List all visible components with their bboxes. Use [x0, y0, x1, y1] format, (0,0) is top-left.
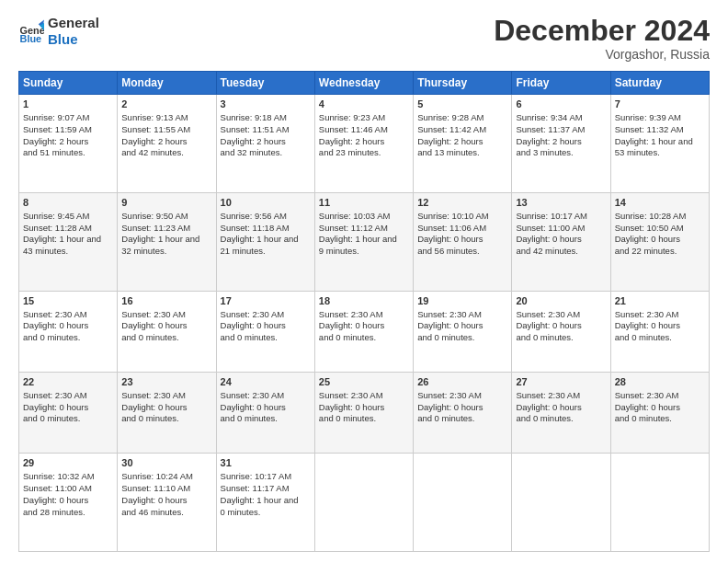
day-info-line: Sunset: 2:30 AM: [121, 390, 211, 402]
day-info-line: Daylight: 0 hours: [417, 402, 507, 414]
table-row: 11Sunrise: 10:03 AMSunset: 11:12 AMDayli…: [314, 192, 413, 291]
calendar-week-row: 8Sunrise: 9:45 AMSunset: 11:28 AMDayligh…: [19, 192, 710, 291]
day-info-line: Daylight: 0 hours: [615, 320, 705, 332]
day-info-line: Sunrise: 9:23 AM: [319, 112, 409, 124]
table-row: 8Sunrise: 9:45 AMSunset: 11:28 AMDayligh…: [19, 192, 118, 291]
day-info-line: and 51 minutes.: [23, 147, 113, 159]
table-row: 2Sunrise: 9:13 AMSunset: 11:55 AMDayligh…: [118, 95, 216, 193]
day-number: 28: [615, 375, 705, 389]
day-info-line: and 23 minutes.: [319, 147, 409, 159]
day-number: 14: [615, 196, 705, 210]
day-info-line: 9 minutes.: [319, 246, 409, 258]
table-row: 4Sunrise: 9:23 AMSunset: 11:46 AMDayligh…: [314, 95, 413, 193]
day-number: 2: [121, 98, 211, 111]
day-info-line: Sunset: 10:50 AM: [615, 223, 705, 235]
day-info-line: Daylight: 0 hours: [516, 320, 606, 332]
day-info-line: Sunset: 2:30 AM: [319, 309, 409, 321]
table-row: 15Sunset: 2:30 AMDaylight: 0 hoursand 0 …: [19, 291, 118, 372]
table-row: 19Sunset: 2:30 AMDaylight: 0 hoursand 0 …: [414, 291, 512, 372]
day-info-line: Sunset: 2:30 AM: [23, 309, 113, 321]
table-row: 31Sunrise: 10:17 AMSunset: 11:17 AMDayli…: [216, 454, 314, 552]
day-info-line: Sunrise: 9:50 AM: [121, 211, 211, 223]
day-header-thursday: Thursday: [414, 72, 512, 95]
day-info-line: and 0 minutes.: [221, 413, 311, 425]
day-info-line: Sunset: 11:23 AM: [121, 223, 211, 235]
day-info-line: and 28 minutes.: [23, 507, 113, 519]
day-info-line: Daylight: 2 hours: [221, 136, 311, 148]
day-info-line: Daylight: 1 hour and: [221, 234, 311, 246]
day-info-line: and 0 minutes.: [23, 413, 113, 425]
day-number: 20: [516, 294, 606, 308]
month-title: December 2024: [494, 15, 710, 47]
day-number: 17: [221, 294, 311, 308]
table-row: 25Sunset: 2:30 AMDaylight: 0 hoursand 0 …: [314, 372, 413, 453]
day-number: 18: [319, 294, 409, 308]
day-info-line: Sunset: 11:59 AM: [23, 124, 113, 136]
table-row: 16Sunset: 2:30 AMDaylight: 0 hoursand 0 …: [118, 291, 216, 372]
table-row: 1Sunrise: 9:07 AMSunset: 11:59 AMDayligh…: [19, 95, 118, 193]
logo: General Blue General Blue: [18, 15, 99, 48]
day-info-line: and 0 minutes.: [319, 332, 409, 344]
day-info-line: Sunset: 2:30 AM: [221, 309, 311, 321]
day-info-line: Sunrise: 10:24 AM: [121, 471, 211, 483]
day-number: 27: [516, 375, 606, 389]
day-number: 22: [23, 375, 113, 389]
day-number: 3: [221, 98, 311, 111]
day-info-line: Daylight: 2 hours: [23, 136, 113, 148]
day-info-line: and 0 minutes.: [121, 413, 211, 425]
table-row: [414, 454, 512, 552]
table-row: [512, 454, 610, 552]
day-info-line: and 46 minutes.: [121, 507, 211, 519]
day-info-line: Sunset: 2:30 AM: [516, 390, 606, 402]
logo-icon: General Blue: [18, 18, 44, 44]
day-info-line: Sunset: 11:06 AM: [417, 223, 507, 235]
day-number: 31: [221, 456, 311, 470]
day-info-line: Daylight: 0 hours: [615, 402, 705, 414]
day-info-line: Daylight: 2 hours: [121, 136, 211, 148]
header: General Blue General Blue December 2024 …: [18, 15, 710, 62]
day-number: 7: [615, 98, 705, 111]
day-header-sunday: Sunday: [19, 72, 118, 95]
day-number: 23: [121, 375, 211, 389]
table-row: 12Sunrise: 10:10 AMSunset: 11:06 AMDayli…: [414, 192, 512, 291]
calendar-week-row: 22Sunset: 2:30 AMDaylight: 0 hoursand 0 …: [19, 372, 710, 453]
day-info-line: Sunrise: 10:17 AM: [221, 471, 311, 483]
day-number: 16: [121, 294, 211, 308]
day-header-saturday: Saturday: [610, 72, 709, 95]
day-info-line: 21 minutes.: [221, 246, 311, 258]
day-number: 15: [23, 294, 113, 308]
day-info-line: Daylight: 0 hours: [23, 495, 113, 507]
day-info-line: and 3 minutes.: [516, 147, 606, 159]
day-number: 10: [221, 196, 311, 210]
calendar-table: SundayMondayTuesdayWednesdayThursdayFrid…: [18, 71, 710, 552]
day-info-line: Sunrise: 10:03 AM: [319, 211, 409, 223]
table-row: 28Sunset: 2:30 AMDaylight: 0 hoursand 0 …: [610, 372, 709, 453]
day-info-line: Daylight: 1 hour and: [319, 234, 409, 246]
table-row: 7Sunrise: 9:39 AMSunset: 11:32 AMDayligh…: [610, 95, 709, 193]
day-info-line: Daylight: 0 hours: [516, 234, 606, 246]
day-number: 5: [417, 98, 507, 111]
day-info-line: Sunset: 2:30 AM: [221, 390, 311, 402]
day-number: 30: [121, 456, 211, 470]
day-info-line: Sunset: 2:30 AM: [615, 390, 705, 402]
day-info-line: Sunrise: 9:28 AM: [417, 112, 507, 124]
day-info-line: Sunrise: 10:32 AM: [23, 471, 113, 483]
table-row: 23Sunset: 2:30 AMDaylight: 0 hoursand 0 …: [118, 372, 216, 453]
day-info-line: Daylight: 2 hours: [319, 136, 409, 148]
day-number: 11: [319, 196, 409, 210]
table-row: 17Sunset: 2:30 AMDaylight: 0 hoursand 0 …: [216, 291, 314, 372]
day-number: 25: [319, 375, 409, 389]
day-info-line: Sunset: 11:17 AM: [221, 483, 311, 495]
day-info-line: Daylight: 1 hour and: [121, 234, 211, 246]
day-info-line: 32 minutes.: [121, 246, 211, 258]
day-info-line: Daylight: 0 hours: [121, 402, 211, 414]
day-info-line: Daylight: 1 hour and: [221, 495, 311, 507]
day-header-wednesday: Wednesday: [314, 72, 413, 95]
day-info-line: and 0 minutes.: [516, 332, 606, 344]
day-info-line: Daylight: 0 hours: [221, 320, 311, 332]
day-info-line: Sunrise: 9:39 AM: [615, 112, 705, 124]
calendar-week-row: 15Sunset: 2:30 AMDaylight: 0 hoursand 0 …: [19, 291, 710, 372]
day-number: 19: [417, 294, 507, 308]
day-info-line: Daylight: 0 hours: [23, 320, 113, 332]
logo-text-blue: Blue: [48, 31, 99, 48]
